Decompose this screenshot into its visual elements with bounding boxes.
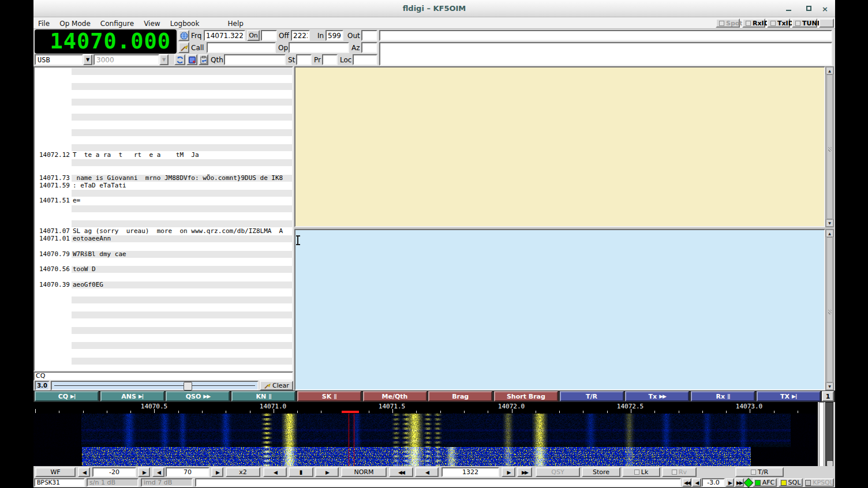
txrx-checkbox[interactable] bbox=[751, 470, 756, 475]
clear-fields-broom-icon[interactable] bbox=[178, 42, 189, 53]
clear-button[interactable]: Clear bbox=[260, 381, 293, 391]
sync-icon[interactable] bbox=[174, 54, 185, 65]
menu-view[interactable]: View bbox=[141, 18, 162, 29]
txid-button[interactable]: TxID bbox=[767, 18, 790, 28]
call-input[interactable] bbox=[207, 42, 276, 53]
browser-row-frequency[interactable]: 14072.12 bbox=[39, 152, 70, 159]
browser-row-text[interactable]: T te a ra t rt e a tM Ja bbox=[73, 152, 199, 159]
browser-row-frequency[interactable]: 14070.56 bbox=[39, 266, 70, 273]
macro-button-tx[interactable]: TX▶| bbox=[757, 391, 821, 401]
browser-row-text[interactable]: e= bbox=[73, 197, 80, 204]
offset-up-icon[interactable]: ▶ bbox=[725, 478, 734, 487]
menu-logbook[interactable]: Logbook bbox=[168, 18, 202, 29]
rx-monitor-line[interactable] bbox=[379, 30, 832, 41]
scroll-down-icon[interactable]: ▼ bbox=[826, 219, 833, 227]
offset-up-fast-icon[interactable]: ▶▶ bbox=[735, 478, 744, 487]
az-input[interactable] bbox=[361, 42, 377, 53]
waterfall[interactable]: 14070.514071.014071.514072.014072.514073… bbox=[33, 402, 818, 466]
scroll-down-icon[interactable]: ▼ bbox=[826, 382, 833, 390]
maximize-icon[interactable] bbox=[805, 5, 813, 13]
center-stop-icon[interactable]: ▮ bbox=[289, 467, 313, 477]
scroll-up-icon[interactable]: ▲ bbox=[826, 67, 833, 74]
freq-down-fast-icon[interactable]: ◀◀ bbox=[389, 467, 413, 477]
range-down-icon[interactable]: ◀ bbox=[152, 467, 164, 477]
waterfall-display[interactable] bbox=[33, 414, 818, 466]
bandwidth-combo-arrow-icon[interactable]: ▼ bbox=[159, 54, 169, 65]
browser-row-frequency[interactable]: 14071.51 bbox=[39, 197, 70, 204]
browser-row-text[interactable]: eotoaeeAnn bbox=[73, 235, 111, 242]
menu-configure[interactable]: Configure bbox=[98, 18, 136, 29]
tune-button[interactable]: TUNE bbox=[792, 18, 817, 28]
macro-button-rx[interactable]: Rx|| bbox=[691, 391, 755, 401]
browser-row-text[interactable]: tooW D bbox=[73, 266, 96, 273]
menu-file[interactable]: File bbox=[36, 18, 52, 29]
op-input[interactable] bbox=[289, 42, 349, 53]
wf-range-value[interactable]: 70 bbox=[166, 467, 209, 477]
frq-input[interactable] bbox=[204, 30, 245, 41]
off-input[interactable] bbox=[291, 30, 310, 41]
browser-squelch-slider[interactable] bbox=[51, 381, 259, 391]
qth-input[interactable] bbox=[224, 54, 286, 65]
browser-row-text[interactable]: SL ag (sorry ureau) more on www.qrz.com/… bbox=[73, 228, 283, 235]
lock-checkbox[interactable] bbox=[634, 470, 639, 475]
range-up-icon[interactable]: ▶ bbox=[211, 467, 223, 477]
freq-up-icon[interactable]: ▶ bbox=[502, 467, 515, 477]
store-button[interactable]: Store bbox=[582, 467, 620, 477]
macro-button-me-qth[interactable]: Me/Qth bbox=[363, 391, 427, 401]
signal-browser-pane[interactable]: 14072.12T te a ra t rt e a tM Ja14071.73… bbox=[33, 66, 293, 371]
browser-row-frequency[interactable]: 14071.59 bbox=[39, 182, 70, 189]
gain-down-icon[interactable]: ◀ bbox=[78, 467, 90, 477]
paste-clipboard-icon[interactable] bbox=[199, 54, 208, 65]
tx-scrollbar[interactable]: ▲ ▼ bbox=[825, 229, 834, 391]
browser-selected-line[interactable]: CQ bbox=[33, 371, 293, 381]
tune-checkbox[interactable] bbox=[795, 21, 800, 26]
menu-op-mode[interactable]: Op Mode bbox=[57, 18, 93, 29]
sql-button[interactable]: SQL bbox=[779, 478, 803, 487]
waterfall-squelch-slider[interactable] bbox=[825, 402, 833, 476]
slider-handle[interactable] bbox=[184, 382, 192, 391]
gain-up-icon[interactable]: ▶ bbox=[138, 467, 150, 477]
logbook-icon[interactable] bbox=[186, 54, 197, 65]
scroll-left-icon[interactable]: ◀ bbox=[263, 467, 287, 477]
waterfall-cursor-bar[interactable] bbox=[342, 411, 359, 413]
log-notes-box[interactable] bbox=[379, 42, 832, 66]
browser-row-text[interactable]: name is Giovanni mrno JM88DVfo: wÖo.comn… bbox=[73, 175, 283, 182]
macro-button-short-brag[interactable]: Short Brag bbox=[494, 391, 558, 401]
macro-button-kn[interactable]: KN|| bbox=[231, 391, 295, 401]
on-extra-input[interactable] bbox=[261, 30, 277, 41]
mode-combo[interactable]: USB bbox=[35, 54, 83, 65]
scrollbar-thumb[interactable] bbox=[826, 74, 833, 219]
wf-rate-button[interactable]: NORM bbox=[341, 467, 387, 477]
macro-button-cq[interactable]: CQ▶| bbox=[35, 391, 99, 401]
browser-row-text[interactable]: aeoGf0EG bbox=[73, 281, 103, 288]
offset-value[interactable]: -3.0 bbox=[702, 478, 725, 487]
offset-down-icon[interactable]: ◀ bbox=[692, 478, 701, 487]
browser-row-frequency[interactable]: 14070.79 bbox=[39, 251, 70, 258]
mode-status[interactable]: BPSK31 bbox=[34, 478, 85, 487]
minimize-icon[interactable] bbox=[785, 5, 793, 13]
wf-mode-button[interactable]: WF bbox=[35, 467, 76, 477]
frequency-display[interactable]: 14070.000 bbox=[35, 29, 177, 54]
st-input[interactable] bbox=[296, 54, 312, 65]
mode-combo-arrow-icon[interactable]: ▼ bbox=[83, 54, 92, 65]
browser-row-frequency[interactable]: 14071.07 bbox=[39, 228, 70, 235]
macro-button-qso[interactable]: QSO▶▶ bbox=[166, 391, 230, 401]
macro-set-button[interactable]: 1 bbox=[822, 391, 834, 401]
audio-frequency-value[interactable]: 1322 bbox=[442, 467, 499, 477]
txrx-button[interactable]: T/R bbox=[735, 467, 784, 477]
txid-checkbox[interactable] bbox=[770, 21, 776, 26]
title-bar[interactable]: fldigi – KF5OIM × bbox=[33, 0, 835, 17]
globe-icon[interactable] bbox=[178, 30, 189, 41]
bandwidth-combo[interactable]: 3000 bbox=[93, 54, 159, 65]
freq-up-fast-icon[interactable]: ▶▶ bbox=[517, 467, 532, 477]
browser-row-text[interactable]: : eTaD eTaTati bbox=[73, 182, 126, 189]
browser-row-frequency[interactable]: 14071.01 bbox=[39, 235, 70, 242]
wf-gain-value[interactable]: -20 bbox=[92, 467, 136, 477]
browser-row-text[interactable]: W7RšBl dmy cae bbox=[73, 251, 126, 258]
offset-down-fast-icon[interactable]: ◀◀ bbox=[682, 478, 691, 487]
scroll-up-icon[interactable]: ▲ bbox=[826, 230, 833, 237]
close-icon[interactable]: × bbox=[822, 5, 830, 13]
lock-button[interactable]: Lk bbox=[622, 467, 660, 477]
scrollbar-thumb[interactable] bbox=[826, 237, 833, 382]
rxid-checkbox[interactable] bbox=[746, 21, 751, 26]
